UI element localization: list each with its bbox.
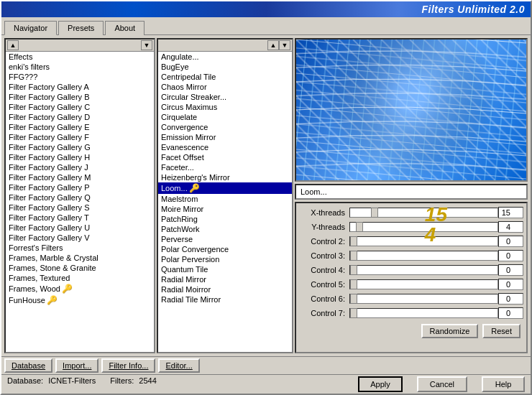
list-item[interactable]: Radial Tile Mirror (158, 294, 292, 305)
big-number-display: 15 4 (425, 205, 447, 245)
apply-button[interactable]: Apply (358, 376, 403, 392)
xthreads-slider[interactable] (349, 208, 498, 218)
control5-label: Control 5: (299, 280, 349, 289)
control6-slider[interactable] (349, 294, 498, 304)
control7-slider[interactable] (349, 308, 498, 318)
tab-about[interactable]: About (105, 21, 145, 35)
control5-slider[interactable] (349, 279, 498, 289)
categories-header: ▲ ▼ (6, 40, 154, 52)
list-item[interactable]: Quantum Tile (158, 264, 292, 274)
status-filters: Filters: 2544 (110, 376, 157, 392)
list-item[interactable]: Angulate... (158, 52, 292, 62)
list-item[interactable]: Frames, Marble & Crystal (6, 253, 154, 263)
list-item[interactable]: Evanescence (158, 142, 292, 152)
list-item[interactable]: Loom... 🔑 (158, 182, 292, 194)
list-item[interactable]: Circus Maximus (158, 102, 292, 112)
preview-canvas (296, 40, 526, 180)
list-item[interactable]: Filter Factory Gallery M (6, 172, 154, 182)
filters-scroll-up[interactable]: ▲ (267, 40, 279, 50)
list-item[interactable]: enki's filters (6, 62, 154, 72)
import-button[interactable]: Import... (55, 358, 98, 373)
list-item[interactable]: Circular Streaker... (158, 92, 292, 102)
control4-row: Control 4: (299, 264, 523, 276)
list-item[interactable]: Faceter... (158, 162, 292, 172)
list-item[interactable]: Polar Convergence (158, 244, 292, 254)
list-item[interactable]: Emission Mirror (158, 132, 292, 142)
categories-scroll-up[interactable]: ▲ (7, 40, 19, 50)
list-item[interactable]: Convergence (158, 122, 292, 132)
list-item[interactable]: Chaos Mirror (158, 82, 292, 92)
control4-slider[interactable] (349, 265, 498, 275)
ythreads-slider[interactable] (349, 222, 498, 232)
list-item[interactable]: PatchRing (158, 214, 292, 224)
list-item[interactable]: Polar Perversion (158, 254, 292, 264)
list-item[interactable]: Filter Factory Gallery J (6, 162, 154, 172)
title-bar: Filters Unlimited 2.0 (1, 1, 531, 17)
list-item[interactable]: Filter Factory Gallery U (6, 223, 154, 233)
list-item[interactable]: Perverse (158, 234, 292, 244)
ythreads-row: Y-threads (299, 220, 523, 233)
list-item[interactable]: Filter Factory Gallery T (6, 213, 154, 223)
cancel-button[interactable]: Cancel (417, 376, 467, 392)
list-item[interactable]: Filter Factory Gallery A (6, 82, 154, 92)
control2-input[interactable] (498, 236, 523, 247)
tab-navigator[interactable]: Navigator (4, 21, 57, 35)
list-item[interactable]: Frames, Textured (6, 273, 154, 283)
control6-input[interactable] (498, 293, 523, 305)
list-item[interactable]: BugEye (158, 62, 292, 72)
ythreads-input[interactable] (498, 221, 523, 233)
editor-button[interactable]: Editor... (158, 358, 199, 373)
tab-presets[interactable]: Presets (58, 21, 104, 35)
list-item[interactable]: Radial Moirror (158, 284, 292, 294)
list-item[interactable]: Cirquelate (158, 112, 292, 122)
big-number-top: 15 (425, 205, 447, 225)
list-item[interactable]: Radial Mirror (158, 274, 292, 284)
list-item[interactable]: Forrest's Filters (6, 243, 154, 253)
control6-row: Control 6: (299, 292, 523, 305)
reset-button[interactable]: Reset (482, 324, 520, 338)
categories-scroll-down[interactable]: ▼ (141, 40, 152, 50)
list-item[interactable]: Filter Factory Gallery V (6, 233, 154, 243)
categories-list[interactable]: Effectsenki's filtersFFG???Filter Factor… (6, 52, 154, 352)
tab-bar: Navigator Presets About (1, 17, 531, 35)
randomize-button[interactable]: Randomize (421, 324, 479, 338)
list-item[interactable]: Filter Factory Gallery S (6, 203, 154, 213)
list-item[interactable]: Moire Mirror (158, 204, 292, 214)
list-item[interactable]: Effects (6, 52, 154, 62)
list-item[interactable]: Filter Factory Gallery P (6, 182, 154, 192)
main-window: Filters Unlimited 2.0 Navigator Presets … (0, 0, 532, 395)
list-item[interactable]: Filter Factory Gallery F (6, 132, 154, 142)
list-item[interactable]: PatchWork (158, 224, 292, 234)
list-item[interactable]: Filter Factory Gallery D (6, 112, 154, 122)
list-item[interactable]: FFG??? (6, 72, 154, 82)
control5-input[interactable] (498, 279, 523, 290)
filters-scroll-down[interactable]: ▼ (279, 40, 290, 50)
list-item[interactable]: Filter Factory Gallery H (6, 152, 154, 162)
list-item[interactable]: Centripedal Tile (158, 72, 292, 82)
filter-info-button[interactable]: Filter Info... (101, 358, 155, 373)
list-item[interactable]: FunHouse 🔑 (6, 294, 154, 306)
help-button[interactable]: Help (482, 376, 525, 392)
control4-input[interactable] (498, 264, 523, 276)
list-item[interactable]: Maelstrom (158, 194, 292, 204)
control2-slider[interactable] (349, 236, 498, 246)
list-item[interactable]: Filter Factory Gallery B (6, 92, 154, 102)
list-item[interactable]: Filter Factory Gallery C (6, 102, 154, 112)
xthreads-input[interactable] (498, 207, 523, 218)
list-item[interactable]: Filter Factory Gallery G (6, 142, 154, 152)
list-item[interactable]: Frames, Stone & Granite (6, 263, 154, 273)
control3-slider[interactable] (349, 251, 498, 261)
control5-row: Control 5: (299, 278, 523, 291)
list-item[interactable]: Filter Factory Gallery E (6, 122, 154, 132)
list-item[interactable]: Facet Offset (158, 152, 292, 162)
list-item[interactable]: Filter Factory Gallery Q (6, 192, 154, 203)
control3-input[interactable] (498, 250, 523, 261)
filters-header: ▲ ▼ (158, 40, 292, 52)
filters-list[interactable]: Angulate...BugEyeCentripedal TileChaos M… (158, 52, 292, 352)
list-item[interactable]: Heizenberg's Mirror (158, 172, 292, 182)
control7-input[interactable] (498, 307, 523, 319)
title-text: Filters Unlimited 2.0 (421, 4, 525, 15)
database-button[interactable]: Database (4, 358, 52, 373)
list-item[interactable]: Frames, Wood 🔑 (6, 283, 154, 294)
big-number-bottom: 4 (425, 225, 447, 245)
